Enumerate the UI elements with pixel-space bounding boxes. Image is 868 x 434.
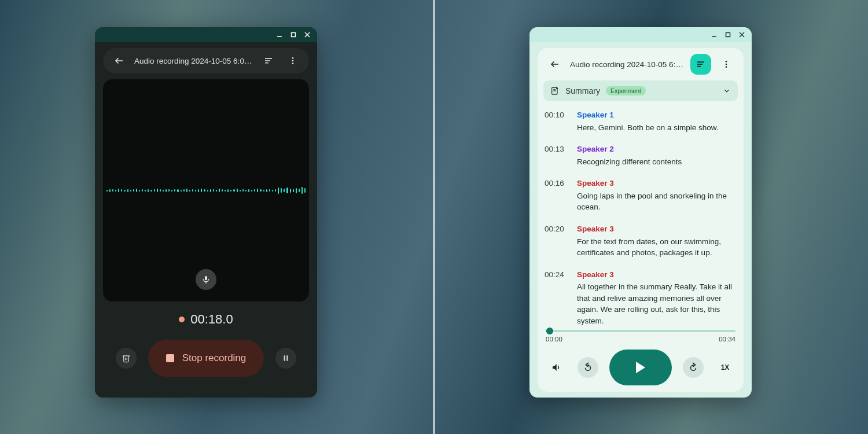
svg-point-10	[292, 62, 294, 64]
panel-divider	[433, 0, 435, 434]
transcript-row[interactable]: 00:20Speaker 3For the text from dates, o…	[545, 223, 737, 259]
transcript-timestamp: 00:24	[545, 269, 568, 327]
transcript-toggle-button[interactable]	[259, 52, 278, 70]
play-icon	[636, 362, 645, 373]
back-button[interactable]	[546, 55, 564, 73]
recording-controls: Stop recording	[95, 340, 317, 377]
maximize-icon[interactable]	[289, 31, 297, 39]
transcript-speaker: Speaker 3	[577, 223, 737, 235]
app-bar: Audio recording 2024-10-05 6:08:34 PM	[103, 48, 309, 73]
close-icon[interactable]	[303, 31, 311, 39]
svg-point-26	[726, 66, 727, 68]
playback-controls: 00:00 00:34 1X	[543, 326, 738, 387]
recorder-window-dark: Audio recording 2024-10-05 6:08:34 PM 00…	[95, 27, 317, 398]
transcript-row[interactable]: 00:10Speaker 1Here, Gemini. Both be on a…	[545, 109, 737, 133]
transcript-speaker: Speaker 3	[577, 269, 737, 281]
rewind-button[interactable]	[578, 357, 598, 378]
transcript-text: Recognizing different contents	[577, 156, 737, 168]
transcript-timestamp: 00:16	[545, 178, 568, 213]
minimize-icon[interactable]	[275, 31, 284, 39]
window-titlebar	[529, 27, 752, 42]
minimize-icon[interactable]	[710, 31, 718, 39]
summary-icon	[550, 86, 560, 95]
recorder-window-light: Audio recording 2024-10-05 6:08:3… Summa…	[529, 27, 752, 398]
svg-point-24	[726, 61, 727, 62]
playback-card: Audio recording 2024-10-05 6:08:3… Summa…	[538, 48, 744, 392]
svg-point-25	[726, 64, 727, 65]
experiment-badge: Experiment	[606, 86, 646, 95]
delete-recording-button[interactable]	[116, 348, 137, 369]
recording-timer: 00:18.0	[95, 312, 317, 327]
mic-button[interactable]	[196, 269, 216, 290]
waveform-bars	[103, 179, 309, 202]
transcript-row[interactable]: 00:13Speaker 2Recognizing different cont…	[545, 144, 737, 167]
forward-button[interactable]	[683, 357, 704, 378]
transcript-text: Here, Gemini. Both be on a simple show.	[577, 122, 737, 134]
recording-title: Audio recording 2024-10-05 6:08:34 PM	[134, 57, 253, 65]
svg-rect-14	[284, 355, 285, 361]
svg-point-9	[292, 60, 294, 62]
progress-bar[interactable]	[546, 330, 735, 332]
more-menu-button[interactable]	[717, 55, 735, 73]
chevron-down-icon	[723, 87, 731, 95]
transcript-row[interactable]: 00:24Speaker 3All together in the summar…	[545, 269, 737, 327]
svg-rect-17	[726, 33, 730, 37]
pause-recording-button[interactable]	[275, 348, 296, 369]
more-menu-button[interactable]	[284, 52, 302, 70]
transcript-speaker: Speaker 1	[577, 109, 737, 121]
transcript-text: For the text from dates, on our swimming…	[577, 236, 737, 259]
stop-recording-button[interactable]: Stop recording	[148, 340, 264, 377]
transcript-speaker: Speaker 3	[577, 178, 737, 189]
maximize-icon[interactable]	[724, 31, 732, 39]
speed-label: 1X	[721, 363, 730, 372]
transcript-row[interactable]: 00:16Speaker 3Going laps in the pool and…	[545, 178, 737, 213]
current-time: 00:00	[546, 336, 562, 343]
transcript-text: All together in the summary Really. Take…	[577, 281, 737, 326]
transcript-toggle-button[interactable]	[690, 54, 711, 75]
window-titlebar	[95, 27, 317, 42]
waveform-visualizer	[103, 79, 309, 301]
summary-label: Summary	[565, 86, 600, 95]
svg-rect-15	[286, 355, 288, 361]
recording-indicator-icon	[179, 317, 185, 322]
summary-expander[interactable]: Summary Experiment	[543, 80, 738, 101]
total-time: 00:34	[719, 336, 735, 343]
stop-label: Stop recording	[182, 352, 247, 364]
volume-button[interactable]	[546, 357, 567, 378]
play-button[interactable]	[609, 350, 672, 385]
transcript-speaker: Speaker 2	[577, 144, 737, 155]
transcript-timestamp: 00:10	[545, 109, 568, 133]
progress-handle[interactable]	[546, 328, 553, 334]
close-icon[interactable]	[738, 31, 746, 39]
app-bar: Audio recording 2024-10-05 6:08:3…	[543, 54, 738, 75]
transcript-text: Going laps in the pool and snorkeling in…	[577, 190, 737, 213]
transcript-timestamp: 00:20	[545, 223, 568, 259]
transcript-list: 00:10Speaker 1Here, Gemini. Both be on a…	[543, 109, 738, 326]
stop-icon	[166, 354, 174, 362]
recording-title: Audio recording 2024-10-05 6:08:3…	[570, 60, 685, 69]
elapsed-time: 00:18.0	[190, 312, 233, 327]
svg-rect-1	[292, 33, 296, 37]
svg-point-8	[292, 57, 294, 59]
time-labels: 00:00 00:34	[546, 336, 735, 343]
back-button[interactable]	[110, 52, 128, 70]
speed-button[interactable]: 1X	[715, 357, 735, 378]
transcript-timestamp: 00:13	[545, 144, 568, 167]
